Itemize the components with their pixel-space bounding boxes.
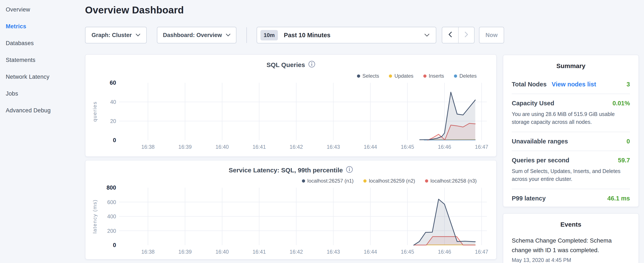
y-tick-label: 20: [110, 118, 116, 124]
summary-row-subtext: Sum of Selects, Updates, Inserts, and De…: [512, 167, 630, 183]
chevron-down-icon: [424, 34, 430, 37]
legend-dot: [425, 179, 428, 183]
legend-item-inserts[interactable]: Inserts: [423, 73, 444, 79]
now-button[interactable]: Now: [479, 27, 504, 43]
x-tick-label: 16:41: [252, 144, 266, 150]
now-button-label: Now: [486, 32, 498, 39]
x-tick-label: 16:42: [290, 144, 303, 150]
summary-row-main: P99 latency46.1 ms: [512, 195, 630, 202]
chevron-left-icon: [448, 32, 452, 39]
toolbar-divider: [246, 27, 247, 43]
legend-label: localhost:26258 (n3): [430, 178, 477, 184]
dashboard-dropdown[interactable]: Dashboard: Overview: [157, 27, 236, 43]
legend-item-localhost-26259-n2[interactable]: localhost:26259 (n2): [363, 178, 415, 184]
legend-label: localhost:26259 (n2): [369, 178, 415, 184]
event-item[interactable]: Schema Change Completed: Schema change w…: [512, 236, 630, 263]
x-tick-label: 16:40: [216, 249, 229, 255]
summary-row-label: Queries per second: [512, 157, 569, 164]
series-area-localhost-26257-n1: [414, 199, 475, 245]
events-card: Events Schema Change Completed: Schema c…: [503, 213, 639, 263]
x-tick-label: 16:44: [364, 249, 377, 255]
summary-row-main: Queries per second59.7: [512, 157, 630, 164]
time-back-button[interactable]: [442, 27, 458, 43]
x-tick-label: 16:39: [178, 249, 192, 255]
chart-plot[interactable]: 16:3816:3916:4016:4116:4216:4316:4416:45…: [89, 183, 491, 254]
legend-label: Inserts: [429, 73, 444, 79]
summary-row-value: 3: [626, 81, 630, 88]
event-text: Schema Change Completed: Schema change w…: [512, 236, 630, 255]
info-icon[interactable]: [346, 166, 353, 174]
summary-row-total-nodes: Total NodesView nodes list3: [512, 75, 630, 94]
summary-row-value: 0.01%: [612, 100, 630, 107]
sidebar-item-network-latency[interactable]: Network Latency: [0, 69, 81, 85]
x-tick-label: 16:41: [252, 249, 266, 255]
x-tick-label: 16:45: [401, 144, 414, 150]
legend-item-localhost-26258-n3[interactable]: localhost:26258 (n3): [425, 178, 477, 184]
view-nodes-list-link[interactable]: View nodes list: [552, 81, 596, 88]
summary-row-value: 0: [626, 138, 630, 145]
x-tick-label: 16:43: [326, 249, 340, 255]
service-latency-card: Service Latency: SQL, 99th percentile lo…: [85, 160, 497, 259]
summary-title: Summary: [503, 62, 638, 70]
x-tick-label: 16:45: [401, 249, 414, 255]
events-title: Events: [503, 221, 638, 228]
legend-dot: [357, 75, 360, 78]
legend-dot: [302, 179, 305, 183]
summary-row-subtext: You are using 28.6 MiB of 515.9 GiB usab…: [512, 110, 630, 126]
y-tick-label: 40: [110, 99, 116, 105]
summary-row-value: 59.7: [618, 157, 630, 164]
y-tick-label: 0: [113, 242, 116, 248]
sidebar-item-overview[interactable]: Overview: [0, 1, 81, 18]
info-icon[interactable]: [308, 61, 315, 69]
y-tick-label: 0: [113, 137, 116, 143]
summary-row-value: 46.1 ms: [608, 195, 630, 202]
summary-row-unavailable-ranges: Unavailable ranges0: [512, 132, 630, 151]
x-tick-label: 16:44: [364, 144, 377, 150]
sidebar: OverviewMetricsDatabasesStatementsNetwor…: [0, 1, 81, 119]
legend-label: Deletes: [460, 73, 477, 79]
summary-row-label: Capacity Used: [512, 100, 554, 107]
legend-dot: [363, 179, 366, 183]
x-tick-label: 16:39: [178, 144, 192, 150]
event-timestamp: May 13, 2020 at 4:45 PM: [512, 257, 630, 263]
summary-row-main: Capacity Used0.01%: [512, 100, 630, 107]
legend-item-localhost-26257-n1[interactable]: localhost:26257 (n1): [302, 178, 354, 184]
legend-item-deletes[interactable]: Deletes: [454, 73, 477, 79]
sidebar-item-statements[interactable]: Statements: [0, 52, 81, 69]
time-forward-button[interactable]: [458, 27, 474, 43]
summary-row-label: Total Nodes: [512, 81, 546, 88]
y-axis-label: latency (ms): [92, 199, 98, 234]
x-tick-label: 16:40: [216, 144, 229, 150]
legend-item-updates[interactable]: Updates: [389, 73, 413, 79]
sidebar-item-metrics[interactable]: Metrics: [0, 18, 81, 35]
sidebar-item-jobs[interactable]: Jobs: [0, 85, 81, 102]
legend-dot: [454, 75, 457, 78]
graph-dropdown-label: Graph: Cluster: [92, 32, 132, 39]
legend-dot: [389, 75, 392, 78]
time-range-label: Past 10 Minutes: [284, 32, 330, 39]
sql-queries-card: SQL Queries SelectsUpdatesInsertsDeletes…: [85, 54, 497, 157]
time-range-selector[interactable]: 10m Past 10 Minutes: [256, 27, 436, 43]
legend-item-selects[interactable]: Selects: [357, 73, 379, 79]
y-tick-label: 600: [107, 199, 116, 205]
time-nav-group: [442, 27, 474, 43]
sidebar-item-advanced-debug[interactable]: Advanced Debug: [0, 102, 81, 119]
chevron-down-icon: [226, 34, 230, 37]
sql-queries-title: SQL Queries: [86, 61, 496, 69]
legend-label: Selects: [362, 73, 379, 79]
y-tick-label: 800: [106, 184, 116, 191]
x-tick-label: 16:38: [142, 249, 155, 255]
time-range-badge: 10m: [260, 30, 278, 41]
summary-row-main: Unavailable ranges0: [512, 138, 630, 145]
x-tick-label: 16:47: [475, 144, 488, 150]
summary-rows: Total NodesView nodes list3Capacity Used…: [503, 75, 638, 208]
sidebar-item-databases[interactable]: Databases: [0, 35, 81, 52]
chart-plot[interactable]: 16:3816:3916:4016:4116:4216:4316:4416:45…: [89, 79, 491, 149]
graph-dropdown[interactable]: Graph: Cluster: [85, 27, 147, 43]
summary-card: Summary Total NodesView nodes list3Capac…: [503, 55, 639, 207]
x-tick-label: 16:46: [438, 144, 451, 150]
x-tick-label: 16:42: [290, 249, 303, 255]
gridlines: [119, 83, 487, 140]
summary-row-p99-latency: P99 latency46.1 ms: [512, 189, 630, 208]
events-body: Schema Change Completed: Schema change w…: [503, 236, 638, 263]
